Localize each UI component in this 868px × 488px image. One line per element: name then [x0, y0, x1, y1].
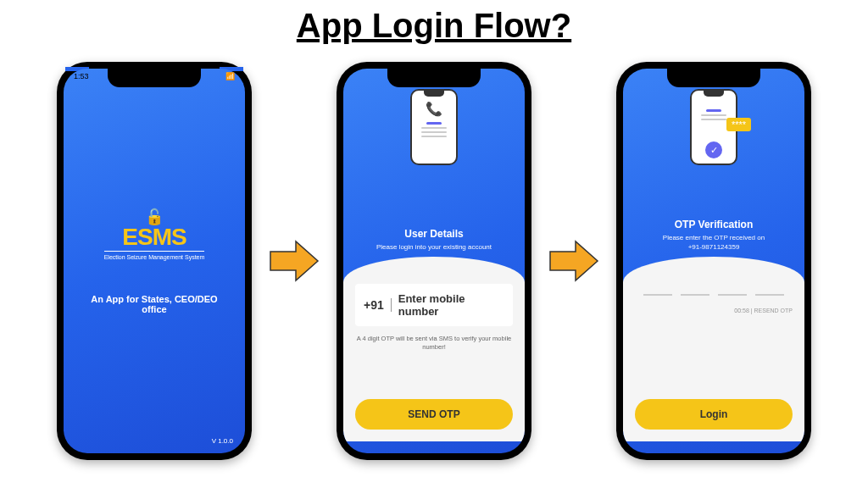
arrow-icon — [548, 240, 599, 282]
mobile-placeholder: Enter mobile number — [398, 292, 504, 318]
page-title: App Login Flow? — [0, 7, 868, 45]
hint-text: A 4 digit OTP will be sent via SMS to ve… — [355, 335, 513, 352]
time-label: 1:53 — [74, 72, 89, 80]
phone-illustration: 📞 — [410, 89, 458, 165]
otp-digit[interactable] — [755, 294, 784, 296]
phone-illustration: **** ✓ — [690, 89, 737, 165]
check-icon: ✓ — [705, 141, 722, 158]
mobile-input[interactable]: +91 Enter mobile number — [355, 284, 513, 326]
wifi-icon: 📶 — [225, 72, 235, 80]
resend-otp[interactable]: 00:58 | RESEND OTP — [734, 308, 793, 313]
phone-user-details: 📞 User Details Please login into your ex… — [337, 62, 531, 460]
version-label: V 1.0.0 — [212, 437, 233, 445]
otp-digit[interactable] — [643, 294, 672, 296]
notch — [387, 69, 481, 87]
otp-digit[interactable] — [718, 294, 747, 296]
logo-text: ESMS — [104, 226, 205, 247]
phone-splash: 1:53 📶 🔓 ESMS Election Seizure Managemen… — [57, 62, 252, 460]
phone-otp: **** ✓ OTP Verification Please enter the… — [616, 62, 811, 460]
otp-inputs[interactable] — [635, 294, 793, 296]
section-subtitle: Please enter the OTP received on +91-987… — [663, 234, 765, 252]
send-otp-button[interactable]: SEND OTP — [355, 399, 513, 430]
logo-subtitle: Election Seizure Management System — [104, 251, 205, 260]
country-code: +91 — [364, 298, 392, 312]
notch — [108, 69, 201, 87]
otp-badge-icon: **** — [726, 118, 751, 131]
phone-icon: 📞 — [426, 101, 442, 117]
tagline: An App for States, CEO/DEO office — [81, 294, 228, 314]
notch — [667, 69, 760, 87]
section-subtitle: Please login into your existing account — [376, 243, 492, 252]
app-logo: 🔓 ESMS Election Seizure Management Syste… — [104, 208, 205, 259]
otp-digit[interactable] — [681, 294, 709, 296]
section-title: User Details — [404, 228, 463, 240]
login-button[interactable]: Login — [635, 399, 793, 430]
arrow-icon — [269, 240, 320, 282]
phone-number: +91-9871124359 — [688, 243, 740, 251]
section-title: OTP Verification — [675, 219, 753, 230]
flow-row: 1:53 📶 🔓 ESMS Election Seizure Managemen… — [0, 62, 868, 460]
